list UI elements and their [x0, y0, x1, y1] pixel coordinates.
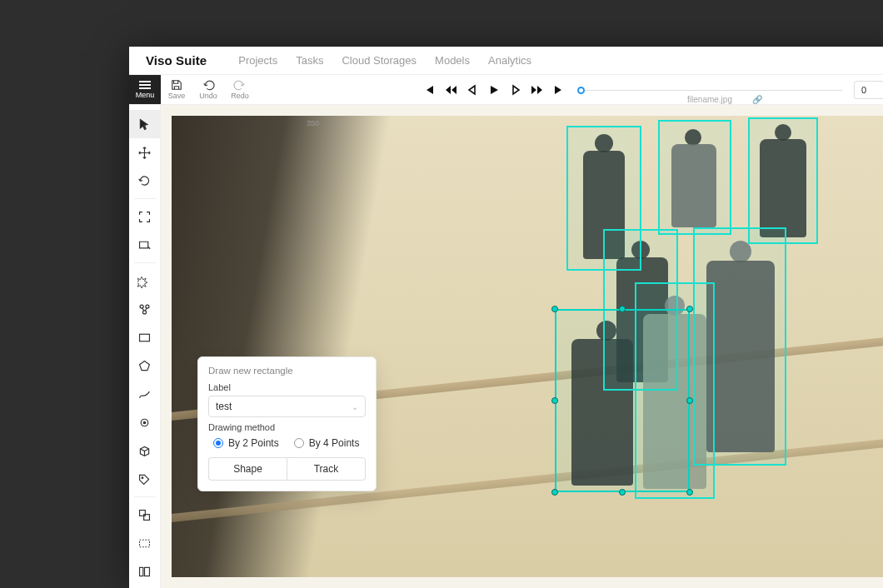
tool-points[interactable] — [129, 408, 161, 436]
draw-rectangle-popover: Draw new rectangle Label test ⌄ Drawing … — [197, 356, 377, 491]
track-button[interactable]: Track — [287, 457, 366, 481]
label-caption: Label — [208, 382, 366, 392]
radio-by-2-points[interactable]: By 2 Points — [213, 437, 279, 449]
bbox-handle[interactable] — [686, 397, 693, 404]
redo-button[interactable]: Redo — [224, 75, 256, 104]
nav-analytics[interactable]: Analytics — [488, 54, 531, 67]
step-forward-button[interactable] — [509, 83, 522, 97]
svg-rect-10 — [140, 567, 143, 576]
svg-point-5 — [143, 421, 146, 424]
play-button[interactable] — [487, 83, 501, 97]
redo-label: Redo — [231, 92, 249, 100]
nav-tasks[interactable]: Tasks — [296, 54, 323, 67]
tool-cursor[interactable] — [129, 110, 161, 138]
bbox-handle[interactable] — [619, 489, 626, 496]
bbox-handle[interactable] — [619, 306, 626, 312]
tool-cuboid[interactable] — [129, 436, 161, 465]
tool-move[interactable] — [129, 138, 161, 167]
tool-rectangle[interactable] — [129, 323, 161, 351]
svg-rect-8 — [144, 514, 150, 520]
tool-sidebar — [129, 105, 161, 588]
tool-ai[interactable] — [129, 267, 161, 295]
undo-button[interactable]: Undo — [192, 75, 224, 104]
method-caption: Drawing method — [208, 422, 366, 432]
shape-button[interactable]: Shape — [208, 457, 287, 481]
tool-layout[interactable] — [129, 557, 161, 586]
top-nav: Viso Suite Projects Tasks Cloud Storages… — [129, 47, 883, 75]
hamburger-icon — [139, 81, 151, 89]
radio-by-4-points[interactable]: By 4 Points — [294, 437, 360, 449]
link-icon[interactable]: 🔗 — [752, 95, 762, 104]
detection-bbox[interactable] — [748, 117, 818, 244]
bbox-handle[interactable] — [686, 489, 693, 496]
undo-label: Undo — [199, 92, 217, 100]
frame-number-input[interactable] — [854, 81, 883, 99]
nav-cloud-storages[interactable]: Cloud Storages — [342, 54, 417, 67]
first-frame-button[interactable] — [422, 83, 436, 97]
save-icon — [170, 79, 183, 91]
tool-fit[interactable] — [129, 202, 161, 231]
nav-models[interactable]: Models — [435, 54, 470, 67]
last-frame-button[interactable] — [552, 83, 566, 97]
ruler-tick: 350 — [307, 119, 319, 127]
svg-point-0 — [140, 305, 143, 308]
popover-title: Draw new rectangle — [208, 366, 366, 376]
svg-point-2 — [142, 310, 146, 313]
canvas-area[interactable]: 350 Draw new rectangle — [161, 105, 883, 588]
nav-projects[interactable]: Projects — [238, 54, 277, 67]
step-back-button[interactable] — [466, 83, 479, 97]
undo-icon — [202, 79, 215, 91]
timeline-knob[interactable] — [577, 87, 585, 94]
svg-rect-11 — [145, 567, 150, 576]
playback-controls — [422, 75, 566, 104]
label-value: test — [216, 401, 232, 412]
toolbar: Menu Save Undo Redo filename.jpg � — [129, 75, 883, 105]
svg-rect-7 — [140, 510, 146, 516]
tool-split[interactable] — [129, 529, 161, 557]
bbox-handle[interactable] — [551, 489, 558, 496]
bbox-handle[interactable] — [686, 306, 693, 312]
svg-point-6 — [142, 476, 143, 478]
detection-bbox[interactable] — [658, 120, 731, 235]
svg-rect-9 — [140, 540, 150, 547]
radio-label-4pts: By 4 Points — [309, 437, 360, 449]
menu-button[interactable]: Menu — [129, 75, 161, 104]
radio-label-2pts: By 2 Points — [228, 437, 279, 449]
timeline-slider[interactable]: filename.jpg 🔗 — [577, 75, 842, 104]
detection-bbox[interactable] — [555, 309, 690, 492]
menu-label: Menu — [136, 91, 155, 99]
tool-select-region[interactable] — [129, 231, 161, 259]
bbox-handle[interactable] — [551, 397, 558, 404]
bbox-handle[interactable] — [551, 306, 558, 312]
svg-point-1 — [146, 305, 149, 308]
svg-rect-3 — [140, 334, 150, 341]
tool-rotate[interactable] — [129, 167, 161, 195]
save-label: Save — [168, 92, 186, 100]
label-select[interactable]: test ⌄ — [208, 396, 366, 417]
redo-icon — [233, 79, 247, 91]
tool-polygon[interactable] — [129, 351, 161, 380]
current-filename: filename.jpg — [687, 95, 732, 104]
tool-polyline[interactable] — [129, 380, 161, 408]
app-window: Viso Suite Projects Tasks Cloud Storages… — [129, 47, 883, 588]
save-button[interactable]: Save — [161, 75, 192, 104]
fast-backward-button[interactable] — [444, 83, 457, 97]
brand: Viso Suite — [146, 53, 207, 67]
tool-merge[interactable] — [129, 501, 161, 529]
tool-group[interactable] — [129, 295, 161, 323]
fast-forward-button[interactable] — [531, 83, 544, 97]
tool-tag[interactable] — [129, 465, 161, 493]
chevron-down-icon: ⌄ — [352, 402, 358, 411]
